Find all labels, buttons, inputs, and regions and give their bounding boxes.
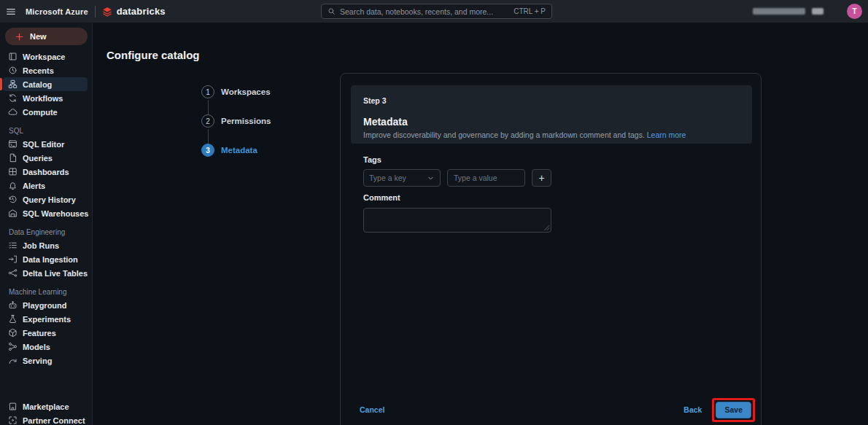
redacted-username [753,8,805,15]
tag-row: Type a key + [363,169,551,187]
dashboards-icon [8,167,18,176]
comment-label: Comment [363,193,400,202]
section-header-sql: SQL [0,127,92,137]
sidebar-section-sql: SQL SQL Editor Queries Dashboards Alerts… [0,127,92,220]
comment-textarea[interactable] [363,208,551,233]
playground-icon [8,300,18,310]
global-search-input[interactable]: Search data, notebooks, recents, and mor… [321,4,552,19]
sidebar-item-label: Job Runs [23,241,59,250]
sidebar-item-playground[interactable]: Playground [3,298,88,312]
save-button[interactable]: Save [716,402,751,418]
sidebar-item-data-ingestion[interactable]: Data Ingestion [3,252,88,266]
databricks-brand[interactable]: databricks [102,6,166,17]
learn-more-link[interactable]: Learn more [647,130,686,139]
catalog-icon [8,79,18,89]
search-icon [328,7,336,15]
panel-description: Improve discoverability and governance b… [363,130,740,139]
tag-key-select[interactable]: Type a key [363,169,441,187]
sidebar-section-machine-learning: Machine Learning Playground Experiments … [0,288,92,367]
search-shortcut: CTRL + P [514,7,546,15]
job-runs-icon [8,241,18,250]
redacted-badge [812,8,824,15]
sidebar-item-label: SQL Warehouses [23,209,88,218]
tag-value-input[interactable] [447,169,525,187]
sidebar-item-compute[interactable]: Compute [3,105,88,119]
sidebar-primary-nav: Workspace Recents Catalog Workflows Comp… [0,50,92,119]
back-button[interactable]: Back [683,405,702,414]
sidebar-item-partner-connect[interactable]: Partner Connect [3,413,88,425]
alerts-icon [8,181,18,190]
step-workspaces[interactable]: 1 Workspaces [201,85,271,98]
data-ingestion-icon [8,254,18,264]
topbar-right: T [753,0,862,23]
sidebar-item-label: Partner Connect [23,416,85,425]
sidebar-item-sql-warehouses[interactable]: SQL Warehouses [3,206,88,220]
sql-editor-icon [8,139,18,149]
annotation-highlight-box: Save [712,398,755,422]
page-title: Configure catalog [106,49,200,61]
section-header-data-engineering: Data Engineering [0,228,92,238]
sidebar-item-workflows[interactable]: Workflows [3,91,88,105]
azure-label: Microsoft Azure [26,7,88,16]
step-number: 1 [201,85,214,98]
sidebar-item-serving[interactable]: Serving [3,354,88,367]
sidebar-item-catalog[interactable]: Catalog [3,77,88,91]
sidebar-item-models[interactable]: Models [3,340,88,354]
sidebar-item-label: Workflows [23,94,63,103]
databricks-configure-catalog-screen: Microsoft Azure databricks Search data, … [0,0,868,425]
sidebar: New Workspace Recents Catalog Workflows … [0,23,93,425]
sidebar-item-workspace[interactable]: Workspace [3,50,88,63]
topbar-divider [95,6,96,17]
sidebar-item-label: Marketplace [23,402,69,411]
metadata-panel: Step 3 Metadata Improve discoverability … [340,73,762,425]
experiments-icon [8,314,18,324]
menu-icon [6,7,16,17]
user-avatar[interactable]: T [847,4,862,19]
sidebar-item-job-runs[interactable]: Job Runs [3,238,88,252]
step-connector [208,100,209,114]
sidebar-item-label: Dashboards [23,168,69,176]
sidebar-item-dashboards[interactable]: Dashboards [3,165,88,179]
panel-footer: Cancel Back Save [360,399,755,420]
sidebar-item-label: Serving [23,356,52,365]
sidebar-item-label: Query History [23,195,76,204]
sidebar-item-marketplace[interactable]: Marketplace [3,399,88,413]
search-placeholder: Search data, notebooks, recents, and mor… [340,7,509,16]
step-header-band: Step 3 Metadata Improve discoverability … [351,85,752,144]
new-button-label: New [30,32,47,41]
sidebar-item-experiments[interactable]: Experiments [3,312,88,326]
sidebar-item-queries[interactable]: Queries [3,151,88,165]
sidebar-bottom: Marketplace Partner Connect [0,399,92,425]
add-tag-button[interactable]: + [532,169,551,187]
chevron-down-icon [427,174,435,182]
sidebar-item-sql-editor[interactable]: SQL Editor [3,137,88,151]
step-metadata[interactable]: 3 Metadata [201,144,257,157]
sidebar-item-features[interactable]: Features [3,326,88,340]
sidebar-item-label: Queries [23,154,53,163]
step-number: 2 [201,114,214,128]
new-button[interactable]: New [5,28,88,45]
recents-icon [8,66,18,75]
sidebar-item-label: Models [23,343,50,351]
cancel-button[interactable]: Cancel [360,405,384,414]
workspace-icon [8,52,18,61]
sidebar-item-label: Data Ingestion [23,255,78,264]
sidebar-item-recents[interactable]: Recents [3,63,88,77]
menu-button[interactable] [0,0,22,23]
sidebar-item-label: Workspace [23,52,66,61]
step-number: 3 [201,144,214,157]
sidebar-item-delta-live-tables[interactable]: Delta Live Tables [3,266,88,280]
query-history-icon [8,195,18,204]
delta-live-tables-icon [8,268,18,278]
sparkle-assistant-icon[interactable] [830,7,840,17]
partner-connect-icon [8,416,18,425]
step-indicator: Step 3 [363,96,740,105]
sidebar-item-label: Playground [23,301,67,310]
sidebar-item-query-history[interactable]: Query History [3,192,88,206]
step-permissions[interactable]: 2 Permissions [201,114,271,128]
databricks-wordmark: databricks [117,6,166,17]
sidebar-item-label: Compute [23,108,58,117]
workflows-icon [8,93,18,103]
step-connector [208,129,209,144]
sidebar-item-alerts[interactable]: Alerts [3,179,88,192]
